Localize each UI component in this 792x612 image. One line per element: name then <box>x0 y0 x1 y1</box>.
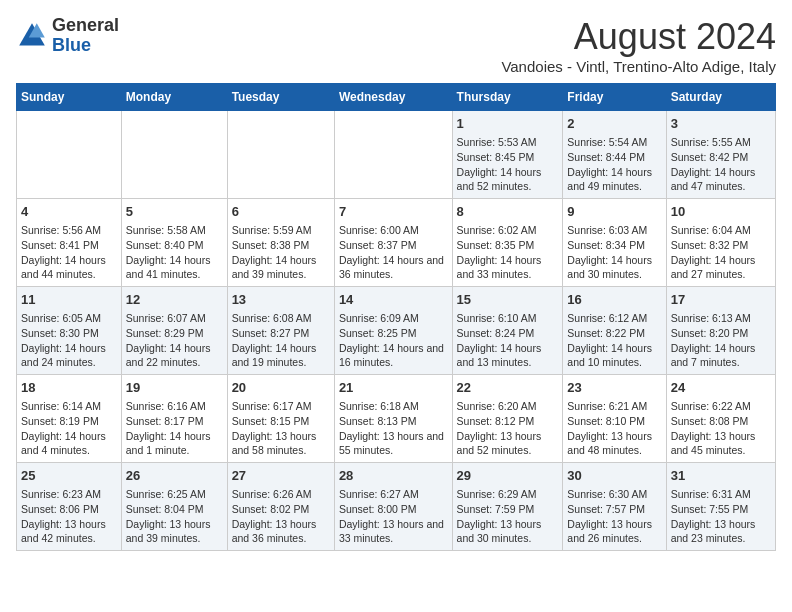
day-header-thursday: Thursday <box>452 84 563 111</box>
day-number: 26 <box>126 467 223 485</box>
day-number: 31 <box>671 467 771 485</box>
day-number: 3 <box>671 115 771 133</box>
week-row-4: 18Sunrise: 6:14 AM Sunset: 8:19 PM Dayli… <box>17 375 776 463</box>
cell-content: Sunrise: 6:16 AM Sunset: 8:17 PM Dayligh… <box>126 399 223 458</box>
cell-content: Sunrise: 6:08 AM Sunset: 8:27 PM Dayligh… <box>232 311 330 370</box>
cell-content: Sunrise: 6:30 AM Sunset: 7:57 PM Dayligh… <box>567 487 661 546</box>
day-cell: 24Sunrise: 6:22 AM Sunset: 8:08 PM Dayli… <box>666 375 775 463</box>
day-number: 25 <box>21 467 117 485</box>
cell-content: Sunrise: 6:31 AM Sunset: 7:55 PM Dayligh… <box>671 487 771 546</box>
day-cell: 19Sunrise: 6:16 AM Sunset: 8:17 PM Dayli… <box>121 375 227 463</box>
cell-content: Sunrise: 5:59 AM Sunset: 8:38 PM Dayligh… <box>232 223 330 282</box>
cell-content: Sunrise: 6:20 AM Sunset: 8:12 PM Dayligh… <box>457 399 559 458</box>
day-number: 24 <box>671 379 771 397</box>
day-cell: 11Sunrise: 6:05 AM Sunset: 8:30 PM Dayli… <box>17 287 122 375</box>
header: General Blue August 2024 Vandoies - Vint… <box>16 16 776 75</box>
week-row-5: 25Sunrise: 6:23 AM Sunset: 8:06 PM Dayli… <box>17 463 776 551</box>
day-header-tuesday: Tuesday <box>227 84 334 111</box>
calendar-table: SundayMondayTuesdayWednesdayThursdayFrid… <box>16 83 776 551</box>
day-cell: 17Sunrise: 6:13 AM Sunset: 8:20 PM Dayli… <box>666 287 775 375</box>
week-row-2: 4Sunrise: 5:56 AM Sunset: 8:41 PM Daylig… <box>17 199 776 287</box>
day-cell: 22Sunrise: 6:20 AM Sunset: 8:12 PM Dayli… <box>452 375 563 463</box>
day-cell: 18Sunrise: 6:14 AM Sunset: 8:19 PM Dayli… <box>17 375 122 463</box>
day-cell: 20Sunrise: 6:17 AM Sunset: 8:15 PM Dayli… <box>227 375 334 463</box>
logo-text: General Blue <box>52 16 119 56</box>
day-cell: 29Sunrise: 6:29 AM Sunset: 7:59 PM Dayli… <box>452 463 563 551</box>
day-number: 10 <box>671 203 771 221</box>
day-number: 7 <box>339 203 448 221</box>
day-cell: 28Sunrise: 6:27 AM Sunset: 8:00 PM Dayli… <box>334 463 452 551</box>
cell-content: Sunrise: 6:23 AM Sunset: 8:06 PM Dayligh… <box>21 487 117 546</box>
day-cell: 2Sunrise: 5:54 AM Sunset: 8:44 PM Daylig… <box>563 111 666 199</box>
cell-content: Sunrise: 5:56 AM Sunset: 8:41 PM Dayligh… <box>21 223 117 282</box>
day-number: 18 <box>21 379 117 397</box>
title-area: August 2024 Vandoies - Vintl, Trentino-A… <box>501 16 776 75</box>
day-number: 19 <box>126 379 223 397</box>
day-number: 21 <box>339 379 448 397</box>
day-number: 12 <box>126 291 223 309</box>
subtitle: Vandoies - Vintl, Trentino-Alto Adige, I… <box>501 58 776 75</box>
day-cell: 1Sunrise: 5:53 AM Sunset: 8:45 PM Daylig… <box>452 111 563 199</box>
cell-content: Sunrise: 6:25 AM Sunset: 8:04 PM Dayligh… <box>126 487 223 546</box>
day-number: 13 <box>232 291 330 309</box>
cell-content: Sunrise: 6:14 AM Sunset: 8:19 PM Dayligh… <box>21 399 117 458</box>
day-cell: 31Sunrise: 6:31 AM Sunset: 7:55 PM Dayli… <box>666 463 775 551</box>
day-number: 2 <box>567 115 661 133</box>
day-number: 29 <box>457 467 559 485</box>
day-cell: 3Sunrise: 5:55 AM Sunset: 8:42 PM Daylig… <box>666 111 775 199</box>
day-header-monday: Monday <box>121 84 227 111</box>
cell-content: Sunrise: 6:05 AM Sunset: 8:30 PM Dayligh… <box>21 311 117 370</box>
day-cell: 15Sunrise: 6:10 AM Sunset: 8:24 PM Dayli… <box>452 287 563 375</box>
cell-content: Sunrise: 5:58 AM Sunset: 8:40 PM Dayligh… <box>126 223 223 282</box>
cell-content: Sunrise: 6:29 AM Sunset: 7:59 PM Dayligh… <box>457 487 559 546</box>
cell-content: Sunrise: 5:53 AM Sunset: 8:45 PM Dayligh… <box>457 135 559 194</box>
day-cell: 7Sunrise: 6:00 AM Sunset: 8:37 PM Daylig… <box>334 199 452 287</box>
day-number: 22 <box>457 379 559 397</box>
day-cell: 9Sunrise: 6:03 AM Sunset: 8:34 PM Daylig… <box>563 199 666 287</box>
day-cell: 23Sunrise: 6:21 AM Sunset: 8:10 PM Dayli… <box>563 375 666 463</box>
day-header-wednesday: Wednesday <box>334 84 452 111</box>
day-cell: 5Sunrise: 5:58 AM Sunset: 8:40 PM Daylig… <box>121 199 227 287</box>
cell-content: Sunrise: 6:22 AM Sunset: 8:08 PM Dayligh… <box>671 399 771 458</box>
cell-content: Sunrise: 6:10 AM Sunset: 8:24 PM Dayligh… <box>457 311 559 370</box>
cell-content: Sunrise: 6:12 AM Sunset: 8:22 PM Dayligh… <box>567 311 661 370</box>
day-cell <box>17 111 122 199</box>
day-number: 1 <box>457 115 559 133</box>
day-number: 8 <box>457 203 559 221</box>
day-cell: 4Sunrise: 5:56 AM Sunset: 8:41 PM Daylig… <box>17 199 122 287</box>
cell-content: Sunrise: 5:54 AM Sunset: 8:44 PM Dayligh… <box>567 135 661 194</box>
day-cell <box>227 111 334 199</box>
day-number: 23 <box>567 379 661 397</box>
day-number: 14 <box>339 291 448 309</box>
cell-content: Sunrise: 5:55 AM Sunset: 8:42 PM Dayligh… <box>671 135 771 194</box>
day-number: 17 <box>671 291 771 309</box>
logo: General Blue <box>16 16 119 56</box>
day-number: 9 <box>567 203 661 221</box>
header-row: SundayMondayTuesdayWednesdayThursdayFrid… <box>17 84 776 111</box>
day-cell <box>334 111 452 199</box>
cell-content: Sunrise: 6:00 AM Sunset: 8:37 PM Dayligh… <box>339 223 448 282</box>
cell-content: Sunrise: 6:09 AM Sunset: 8:25 PM Dayligh… <box>339 311 448 370</box>
day-number: 20 <box>232 379 330 397</box>
day-cell: 10Sunrise: 6:04 AM Sunset: 8:32 PM Dayli… <box>666 199 775 287</box>
logo-icon <box>16 20 48 52</box>
day-cell: 26Sunrise: 6:25 AM Sunset: 8:04 PM Dayli… <box>121 463 227 551</box>
day-number: 11 <box>21 291 117 309</box>
day-number: 28 <box>339 467 448 485</box>
day-cell <box>121 111 227 199</box>
day-header-friday: Friday <box>563 84 666 111</box>
cell-content: Sunrise: 6:13 AM Sunset: 8:20 PM Dayligh… <box>671 311 771 370</box>
day-cell: 25Sunrise: 6:23 AM Sunset: 8:06 PM Dayli… <box>17 463 122 551</box>
day-header-sunday: Sunday <box>17 84 122 111</box>
day-number: 30 <box>567 467 661 485</box>
day-number: 4 <box>21 203 117 221</box>
day-cell: 13Sunrise: 6:08 AM Sunset: 8:27 PM Dayli… <box>227 287 334 375</box>
day-cell: 14Sunrise: 6:09 AM Sunset: 8:25 PM Dayli… <box>334 287 452 375</box>
day-cell: 12Sunrise: 6:07 AM Sunset: 8:29 PM Dayli… <box>121 287 227 375</box>
week-row-1: 1Sunrise: 5:53 AM Sunset: 8:45 PM Daylig… <box>17 111 776 199</box>
cell-content: Sunrise: 6:07 AM Sunset: 8:29 PM Dayligh… <box>126 311 223 370</box>
day-cell: 21Sunrise: 6:18 AM Sunset: 8:13 PM Dayli… <box>334 375 452 463</box>
day-header-saturday: Saturday <box>666 84 775 111</box>
day-number: 16 <box>567 291 661 309</box>
cell-content: Sunrise: 6:03 AM Sunset: 8:34 PM Dayligh… <box>567 223 661 282</box>
